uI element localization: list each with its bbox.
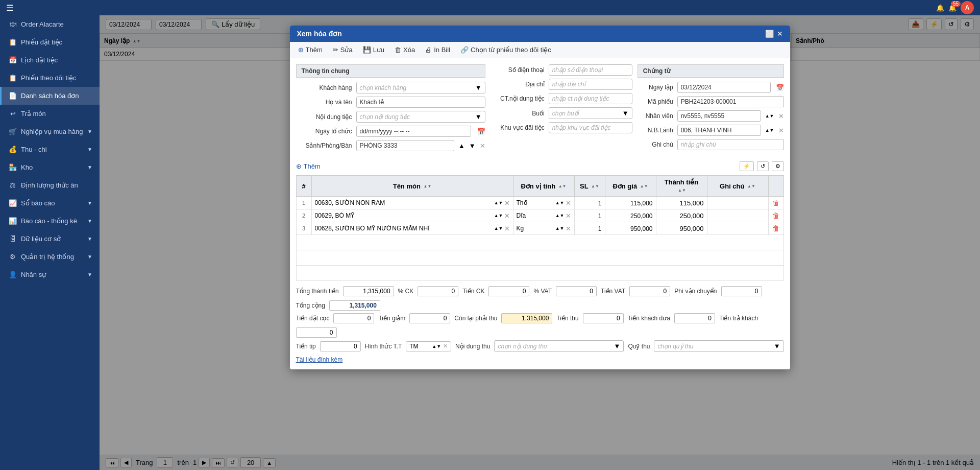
ghi-chu-item-input[interactable] xyxy=(710,225,765,232)
ghi-chu-item-input[interactable] xyxy=(710,213,765,220)
quy-thu-select[interactable]: chọn quỹ thu ▼ xyxy=(654,340,783,352)
modal-maximize-btn[interactable]: ⬜ xyxy=(765,30,774,38)
item-don-gia[interactable] xyxy=(605,209,656,222)
item-row-2[interactable]: 2 ▲▼ ✕ xyxy=(296,209,783,222)
hamburger-icon[interactable]: ☰ xyxy=(6,3,13,13)
col-ten-mon[interactable]: Tên món ▲▼ xyxy=(311,176,513,197)
tien-dat-coc-value[interactable] xyxy=(333,313,374,323)
con-lai-phai-thu-value[interactable] xyxy=(501,313,552,323)
nhan-vien-input[interactable] xyxy=(677,110,761,122)
don-vi-input[interactable] xyxy=(517,199,554,206)
clear-icon[interactable]: ✕ xyxy=(504,199,510,207)
item-sl[interactable] xyxy=(574,209,605,222)
item-ten-mon[interactable]: ▲▼ ✕ xyxy=(311,197,513,209)
item-del-2[interactable]: 🗑 xyxy=(768,209,783,222)
modal-chon-tu-phieu-btn[interactable]: 🔗 Chọn từ phiếu theo dõi tiệc xyxy=(458,45,553,55)
don-vi-input[interactable] xyxy=(517,212,554,219)
item-ghi-chu[interactable] xyxy=(707,209,768,222)
hinh-thuc-tt-input[interactable] xyxy=(409,343,430,350)
notification-bell-icon[interactable]: 🔔 xyxy=(936,4,944,12)
don-gia-input[interactable] xyxy=(608,200,653,207)
delete-row-btn[interactable]: 🗑 xyxy=(772,212,779,220)
sl-input[interactable] xyxy=(578,225,602,232)
item-ten-mon[interactable]: ▲▼ ✕ xyxy=(311,209,513,222)
col-sl[interactable]: SL ▲▼ xyxy=(574,176,605,197)
item-don-vi[interactable]: ▲▼ ✕ xyxy=(513,209,574,222)
chevron-down-icon[interactable]: ▼ xyxy=(469,142,476,150)
buoi-select[interactable]: chọn buổi ▼ xyxy=(549,107,632,119)
ten-mon-input[interactable] xyxy=(315,212,493,219)
sidebar-item-dinh-luong[interactable]: ⚖ Định lượng thức ăn xyxy=(0,176,100,194)
ma-phieu-input[interactable] xyxy=(677,96,784,107)
pct-ck-value[interactable] xyxy=(418,286,458,296)
sanh-phong-ban-input[interactable] xyxy=(356,140,454,151)
clear-httt-icon[interactable]: ✕ xyxy=(443,343,448,349)
sl-input[interactable] xyxy=(578,200,602,207)
sidebar-item-thu-chi[interactable]: 💰 Thu - chi ▼ xyxy=(0,140,100,158)
sidebar-item-order-alacarte[interactable]: 🍽 Order Alacarte xyxy=(0,15,100,33)
clear-nblanh-icon[interactable]: ✕ xyxy=(778,127,784,134)
tong-cong-value[interactable] xyxy=(329,300,380,311)
modal-them-btn[interactable]: ⊕ Thêm xyxy=(296,45,325,55)
sidebar-item-lich-dat-tiec[interactable]: 📅 Lịch đặt tiệc xyxy=(0,51,100,69)
tien-tip-value[interactable] xyxy=(320,341,361,351)
sidebar-item-tra-mon[interactable]: ↩ Trả món xyxy=(0,105,100,123)
user-avatar[interactable]: A xyxy=(961,1,974,14)
sl-input[interactable] xyxy=(578,213,602,220)
noi-dung-thu-select[interactable]: chọn nội dung thu ▼ xyxy=(494,340,624,352)
item-del-3[interactable]: 🗑 xyxy=(768,222,783,235)
item-don-gia[interactable] xyxy=(605,222,656,235)
clear-nhanvien-icon[interactable]: ✕ xyxy=(778,112,784,120)
sidebar-item-bao-cao-thong-ke[interactable]: 📊 Báo cáo - thống kê ▼ xyxy=(0,212,100,230)
item-row-3[interactable]: 3 ▲▼ ✕ xyxy=(296,222,783,235)
col-ghi-chu[interactable]: Ghi chú ▲▼ xyxy=(707,176,768,197)
khu-vuc-input[interactable] xyxy=(549,122,632,133)
sidebar-item-phieu-dat-tiec[interactable]: 📋 Phiếu đặt tiệc xyxy=(0,33,100,51)
clear-donvi-icon[interactable]: ✕ xyxy=(566,225,571,232)
ho-va-ten-input[interactable] xyxy=(356,97,485,108)
ten-mon-input[interactable] xyxy=(315,199,493,206)
khach-hang-select[interactable]: chọn khách hàng ▼ xyxy=(356,82,485,93)
tien-vat-value[interactable] xyxy=(629,286,670,296)
attachment-link[interactable]: Tài liệu đính kèm xyxy=(296,356,343,363)
ngay-lap-chung-tu-input[interactable] xyxy=(677,82,771,93)
table-settings-btn[interactable]: ⚙ xyxy=(772,161,784,171)
tien-giam-value[interactable] xyxy=(409,313,450,323)
tien-tra-khach-value[interactable] xyxy=(296,327,337,338)
tien-khach-dua-value[interactable] xyxy=(674,313,715,323)
item-ghi-chu[interactable] xyxy=(707,222,768,235)
notification-badge-icon[interactable]: 🔔 55 xyxy=(948,4,957,12)
sidebar-item-kho[interactable]: 🏪 Kho ▼ xyxy=(0,158,100,176)
don-vi-input[interactable] xyxy=(517,225,554,232)
modal-close-btn[interactable]: ✕ xyxy=(777,30,783,38)
item-row-1[interactable]: 1 ▲▼ ✕ xyxy=(296,197,783,209)
ct-noi-dung-input[interactable] xyxy=(549,93,632,104)
chevron-up-icon[interactable]: ▲ xyxy=(458,142,465,150)
ngay-to-chuc-input[interactable] xyxy=(356,126,471,137)
modal-in-bill-btn[interactable]: 🖨 In Bill xyxy=(423,45,452,55)
col-don-vi[interactable]: Đơn vị tính ▲▼ xyxy=(513,176,574,197)
sidebar-item-danh-sach-hoa-don[interactable]: 📄 Danh sách hóa đơn xyxy=(0,87,100,105)
table-refresh-btn[interactable]: ↺ xyxy=(757,161,769,171)
item-del-1[interactable]: 🗑 xyxy=(768,197,783,209)
clear-donvi-icon[interactable]: ✕ xyxy=(566,212,571,220)
item-ghi-chu[interactable] xyxy=(707,197,768,209)
pct-vat-value[interactable] xyxy=(556,286,597,296)
sidebar-item-nhan-su[interactable]: 👤 Nhân sự ▼ xyxy=(0,266,100,284)
item-ten-mon[interactable]: ▲▼ ✕ xyxy=(311,222,513,235)
clear-icon[interactable]: ✕ xyxy=(504,225,510,232)
calendar-icon[interactable]: 📅 xyxy=(477,128,485,135)
ghi-chu-item-input[interactable] xyxy=(710,200,765,207)
tien-thu-value[interactable] xyxy=(583,313,624,323)
noi-dung-tiec-select[interactable]: chọn nội dung tiệc ▼ xyxy=(356,111,485,123)
calendar-icon[interactable]: 📅 xyxy=(776,84,784,91)
item-sl[interactable] xyxy=(574,222,605,235)
ghi-chu-input[interactable] xyxy=(677,139,784,150)
clear-icon[interactable]: ✕ xyxy=(504,212,510,220)
dia-chi-input[interactable] xyxy=(549,79,632,90)
item-don-gia[interactable] xyxy=(605,197,656,209)
tong-thanh-tien-value[interactable] xyxy=(343,286,394,296)
modal-luu-btn[interactable]: 💾 Lưu xyxy=(361,45,386,55)
sidebar-item-phieu-theo-doi[interactable]: 📋 Phiếu theo dõi tiệc xyxy=(0,69,100,87)
so-dien-thoai-input[interactable] xyxy=(549,64,632,76)
